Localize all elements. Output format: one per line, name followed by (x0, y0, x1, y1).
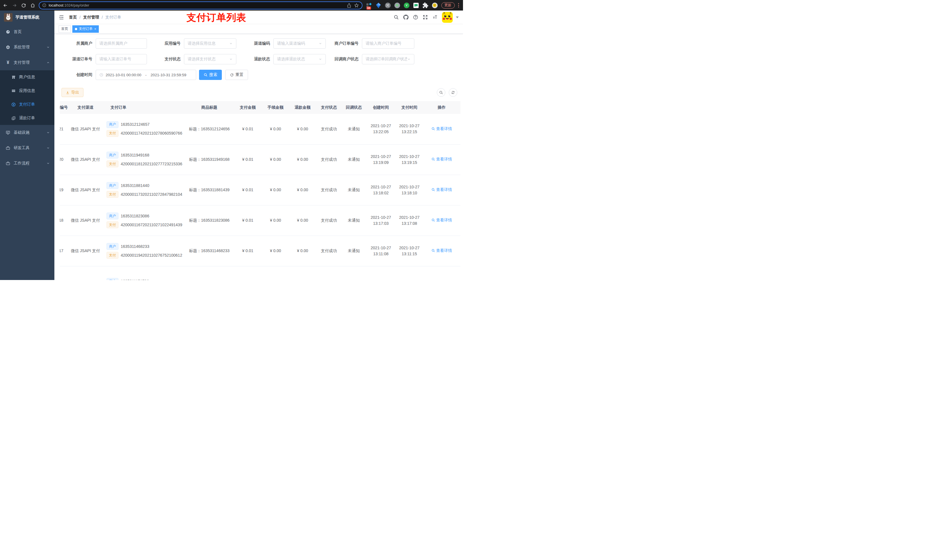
refresh-table-button[interactable] (449, 88, 457, 97)
sidebar-logo[interactable]: 芋道管理系统 (0, 11, 54, 24)
channel-code-select[interactable]: 请输入渠道编码 (273, 38, 326, 49)
date-end[interactable]: 2021-10-31 23:59:59 (151, 73, 186, 77)
command-extension-icon[interactable] (385, 2, 391, 9)
home-icon[interactable] (30, 3, 35, 8)
chat-extension-icon[interactable] (413, 2, 419, 9)
url-bar[interactable]: localhost:1024/pay/order (39, 2, 363, 9)
date-start[interactable]: 2021-10-01 00:00:00 (106, 73, 141, 77)
emoji-extension-icon[interactable] (432, 2, 438, 9)
table-row: 18 微信 JSAPI 支付 商户1635311823086 支付4200001… (60, 205, 460, 235)
search-icon[interactable] (393, 15, 399, 20)
sidebar-item-refund-order[interactable]: 退款订单 (0, 111, 54, 125)
sidebar-toggle-icon[interactable] (59, 15, 64, 20)
cell-empty (342, 266, 366, 280)
sidebar-item-merchant-info[interactable]: 商户信息 (0, 70, 54, 84)
view-detail-link[interactable]: 查看详情 (431, 217, 452, 223)
cell-empty (262, 266, 289, 280)
date-range-input[interactable]: 2021-10-01 00:00:00 - 2021-10-31 23:59:5… (96, 70, 196, 80)
cell-action: 查看详情 (423, 235, 460, 266)
page-annotation-title: 支付订单列表 (186, 11, 246, 24)
y-extension-icon[interactable] (404, 2, 410, 9)
record-extension-icon[interactable] (394, 2, 400, 9)
browser-menu-icon[interactable] (457, 2, 460, 9)
field-label: 商户订单编号 (326, 41, 362, 46)
refund-status-select[interactable]: 请选择退款状态 (273, 54, 326, 64)
puzzle-extension-icon[interactable] (422, 2, 428, 9)
cell-status: 支付成功 (316, 205, 342, 235)
cell-id: 20 (60, 144, 68, 175)
cell-channel: 微信 JSAPI 支付 (68, 114, 103, 144)
merchant-tag: 商户 (106, 278, 118, 280)
reload-icon[interactable] (21, 3, 26, 8)
github-icon[interactable] (403, 15, 409, 20)
col-action: 操作 (423, 101, 460, 114)
help-icon[interactable] (413, 15, 418, 20)
cell-title: 标题：1635311468233 (185, 235, 233, 266)
cell-paid: 2021-10-27 13:18:10 (396, 175, 423, 205)
pay-status-select[interactable]: 请选择支付状态 (184, 54, 236, 64)
field-label: 应用编号 (147, 41, 184, 46)
cell-pay-order: 商户1635311881440 支付4200001173202110272847… (103, 175, 185, 205)
chevron-down-icon (47, 146, 50, 150)
merchant-select[interactable]: 请选择所属商户 (96, 38, 147, 49)
callback-status-select[interactable]: 请选择订单回调商户状态 (362, 54, 414, 64)
kite-extension-icon[interactable] (375, 2, 381, 9)
table-toolbar: 导出 (54, 88, 463, 97)
cell-empty (233, 266, 262, 280)
sidebar-item-dev-tools[interactable]: 研发工具 (0, 140, 54, 155)
app-select[interactable]: 请选择应用信息 (184, 38, 236, 49)
col-title: 商品标题 (185, 101, 233, 114)
breadcrumb-pay-mgmt[interactable]: 支付管理 (83, 15, 99, 20)
share-icon[interactable] (346, 3, 352, 8)
chevron-down-icon (47, 45, 50, 49)
view-detail-link[interactable]: 查看详情 (431, 156, 452, 162)
sidebar-item-pay-order[interactable]: 支付订单 (0, 98, 54, 111)
view-detail-link[interactable]: 查看详情 (431, 187, 452, 193)
reset-button[interactable]: 重置 (225, 70, 248, 80)
font-size-icon[interactable] (432, 15, 438, 20)
close-icon[interactable]: × (94, 27, 96, 31)
extension-badge: 10 (366, 6, 371, 10)
sidebar-item-payment[interactable]: ¥ 支付管理 (0, 55, 54, 70)
site-info-icon[interactable] (42, 3, 47, 8)
breadcrumb-home[interactable]: 首页 (69, 15, 77, 20)
main-area: 首页 / 支付管理 / 支付订单 支付订单列表 (54, 11, 463, 280)
cell-action: 查看详情 (423, 144, 460, 175)
sidebar-item-infrastructure[interactable]: 基础设施 (0, 125, 54, 140)
back-icon[interactable] (3, 3, 8, 8)
cell-channel (68, 266, 103, 280)
avatar[interactable] (442, 12, 453, 23)
sidebar-item-workflow[interactable]: 工作流程 (0, 155, 54, 171)
sidebar-item-home[interactable]: 首页 (0, 24, 54, 39)
tag-pay-order[interactable]: 支付订单 × (72, 25, 99, 33)
cell-fee: ¥ 0.00 (262, 205, 289, 235)
tag-home[interactable]: 首页 (59, 25, 71, 33)
col-paid: 支付时间 (396, 101, 423, 114)
cell-created: 2021-10-27 13:19:09 (366, 144, 396, 175)
forward-icon[interactable] (12, 3, 17, 8)
cell-paid: 2021-10-27 13:17:08 (396, 205, 423, 235)
cell-empty (185, 266, 233, 280)
pay-tag: 支付 (106, 160, 118, 167)
search-button[interactable]: 搜索 (199, 70, 222, 80)
col-amount: 支付金额 (233, 101, 262, 114)
browser-update-button[interactable]: 更新 (441, 2, 455, 9)
toolbox-icon (6, 146, 10, 150)
url-text[interactable]: localhost:1024/pay/order (49, 3, 344, 8)
table-row-partial: 商户1635311151796 (60, 266, 460, 280)
view-detail-link[interactable]: 查看详情 (431, 126, 452, 132)
caret-down-icon[interactable] (456, 17, 459, 18)
export-button[interactable]: 导出 (62, 88, 83, 97)
merchant-tag: 商户 (106, 152, 118, 158)
fullscreen-icon[interactable] (422, 15, 428, 20)
sidebar-item-app-info[interactable]: 应用信息 (0, 84, 54, 98)
bookmark-star-icon[interactable] (354, 3, 359, 8)
toggle-search-button[interactable] (437, 88, 445, 97)
view-detail-link[interactable]: 查看详情 (431, 248, 452, 254)
blocks-extension-icon[interactable]: 10 (366, 2, 372, 9)
merchant-order-no-input[interactable]: 请输入商户订单编号 (362, 38, 414, 49)
sidebar-item-system[interactable]: 系统管理 (0, 39, 54, 55)
field-label: 创建时间 (62, 72, 96, 77)
cell-empty (423, 266, 460, 280)
channel-order-no-input[interactable]: 请输入渠道订单号 (96, 54, 147, 64)
